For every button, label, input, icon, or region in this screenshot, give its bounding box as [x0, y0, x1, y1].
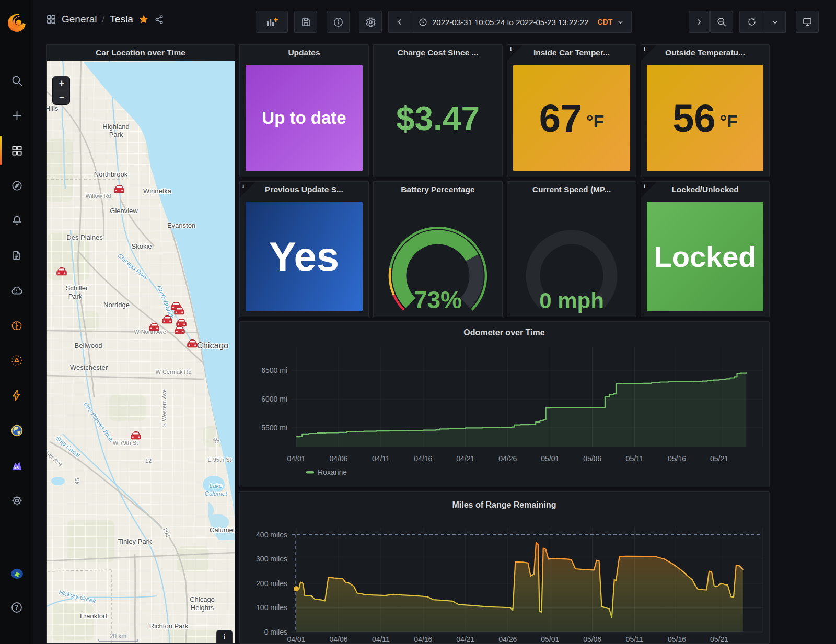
stat-value: Locked: [654, 240, 756, 274]
panel-title[interactable]: Outside Temperatu...: [641, 45, 769, 61]
machine-learning-brain-icon[interactable]: [0, 309, 33, 342]
battery-gauge: 73%: [374, 197, 502, 317]
svg-text:04/21: 04/21: [456, 454, 474, 463]
panel-title[interactable]: Battery Percentage: [374, 182, 502, 197]
map-label: Glenview: [110, 207, 138, 215]
panel-car-location: Car Location over Time HillsHighlandPark…: [46, 44, 235, 644]
search-icon[interactable]: [0, 64, 33, 97]
svg-text:05/01: 05/01: [541, 454, 559, 463]
map-label: Bellwood: [75, 342, 102, 349]
panel-title[interactable]: Updates: [240, 45, 368, 61]
save-dashboard-button[interactable]: [294, 11, 317, 33]
time-shift-left-button[interactable]: [389, 11, 411, 33]
panel-title[interactable]: Inside Car Temper...: [507, 45, 636, 61]
zoom-out-time-button[interactable]: [710, 11, 733, 33]
map-attribution-info-button[interactable]: i: [216, 630, 233, 643]
explore-compass-icon[interactable]: [0, 169, 33, 202]
panel-locked: i Locked/Unlocked Locked: [641, 181, 770, 317]
svg-text:Odometer over Time: Odometer over Time: [463, 328, 544, 337]
map-zoom-out-button[interactable]: −: [53, 90, 70, 104]
add-panel-button[interactable]: [256, 11, 288, 33]
map-label: Richton Park: [149, 622, 189, 630]
map-label: W Cermak Rd: [155, 369, 191, 375]
speed-gauge: 0 mph: [507, 197, 636, 317]
time-range-text: 2022-03-31 10:05:24 to 2022-05-23 13:22:…: [432, 18, 588, 27]
svg-text:04/01: 04/01: [287, 635, 305, 643]
map-label: S Western Ave: [161, 389, 167, 427]
svg-text:200 miles: 200 miles: [256, 579, 287, 588]
share-icon[interactable]: [154, 15, 164, 25]
tv-mode-button[interactable]: [796, 11, 819, 33]
geomap[interactable]: HillsHighlandParkNorthbrookWinnetkaWillo…: [47, 61, 235, 643]
document-icon[interactable]: [0, 239, 33, 272]
help-icon[interactable]: ?: [0, 591, 33, 624]
svg-text:05/06: 05/06: [583, 454, 601, 463]
svg-text:k6: k6: [14, 465, 19, 470]
grafana-logo-icon: [7, 13, 27, 33]
map-label: Chicago: [197, 341, 229, 350]
time-shift-right-button[interactable]: [689, 11, 710, 33]
incident-icon[interactable]: [0, 344, 33, 377]
timezone-label: CDT: [597, 18, 612, 26]
panel-title[interactable]: Current Speed (MP...: [507, 182, 636, 197]
map-label: Evanston: [167, 221, 195, 229]
cloud-alert-icon[interactable]: [0, 274, 33, 307]
panel-odometer: Odometer over Time5500 mi6000 mi6500 mi0…: [239, 321, 770, 487]
alerting-bell-icon[interactable]: [0, 204, 33, 237]
map-label: E 95th St: [207, 456, 231, 463]
svg-text:?: ?: [15, 604, 18, 611]
stat-value: Up to date: [262, 108, 346, 128]
map-label: Park: [109, 131, 123, 138]
svg-text:04/01: 04/01: [287, 454, 305, 463]
map-label: Hills: [47, 104, 59, 112]
map-label: Calumet Cit: [210, 526, 235, 534]
apps-grid-icon: [46, 14, 56, 25]
svg-text:6500 mi: 6500 mi: [261, 366, 287, 374]
panel-title[interactable]: Locked/Unlocked: [641, 182, 769, 197]
map-label: 45: [73, 477, 80, 485]
dashboard-info-button[interactable]: [327, 11, 350, 33]
panel-title[interactable]: Car Location over Time: [47, 45, 235, 61]
dashboard-settings-button[interactable]: [359, 11, 382, 33]
stat-updates: Up to date: [246, 65, 363, 171]
time-picker: 2022-03-31 10:05:24 to 2022-05-23 13:22:…: [388, 11, 632, 33]
refresh-picker: [739, 11, 786, 33]
create-plus-icon[interactable]: [0, 99, 33, 132]
dashboards-icon[interactable]: [0, 134, 33, 167]
map-label: Chicago: [190, 595, 215, 603]
worldmap-globe-icon[interactable]: [0, 414, 33, 447]
stat-value: 67: [539, 96, 582, 140]
map-label: Schiller: [66, 284, 88, 292]
breadcrumb-page[interactable]: Tesla: [110, 14, 133, 25]
grafana-logo-icon[interactable]: [0, 6, 33, 40]
plugin-icon[interactable]: [0, 557, 33, 590]
k6-icon[interactable]: k6: [0, 449, 33, 482]
svg-text:04/16: 04/16: [414, 635, 432, 643]
panel-title[interactable]: Previous Update S...: [240, 182, 368, 197]
refresh-interval-dropdown[interactable]: [764, 11, 785, 33]
svg-text:0 miles: 0 miles: [264, 628, 287, 636]
svg-text:100 miles: 100 miles: [256, 603, 287, 612]
lightning-icon[interactable]: [0, 379, 33, 412]
map-zoom-in-button[interactable]: +: [53, 76, 70, 90]
svg-text:Miles of Range Remaining: Miles of Range Remaining: [452, 500, 556, 509]
map-label: Des Plaines: [66, 233, 103, 241]
map-label: Heights: [191, 604, 214, 612]
favorite-star-icon[interactable]: [138, 14, 149, 25]
panel-title[interactable]: Charge Cost Since ...: [374, 45, 502, 61]
map-label: Willow Rd: [86, 193, 111, 199]
chevron-down-icon: [617, 19, 624, 26]
odometer-chart: Odometer over Time5500 mi6000 mi6500 mi0…: [240, 322, 769, 487]
time-range-button[interactable]: 2022-03-31 10:05:24 to 2022-05-23 13:22:…: [411, 18, 631, 27]
breadcrumb-separator: /: [102, 14, 105, 25]
svg-text:04/06: 04/06: [329, 454, 347, 463]
sidebar: k6 ?: [0, 0, 33, 644]
map-label: Highland: [102, 123, 129, 131]
svg-text:04/11: 04/11: [372, 454, 390, 463]
map-label: Skokie: [131, 242, 152, 250]
refresh-button[interactable]: [740, 11, 764, 33]
svg-text:05/11: 05/11: [626, 635, 644, 643]
breadcrumb-section[interactable]: General: [62, 14, 97, 25]
admin-gear-icon[interactable]: [0, 484, 33, 517]
panel-range: Miles of Range Remaining0 miles100 miles…: [239, 491, 770, 644]
